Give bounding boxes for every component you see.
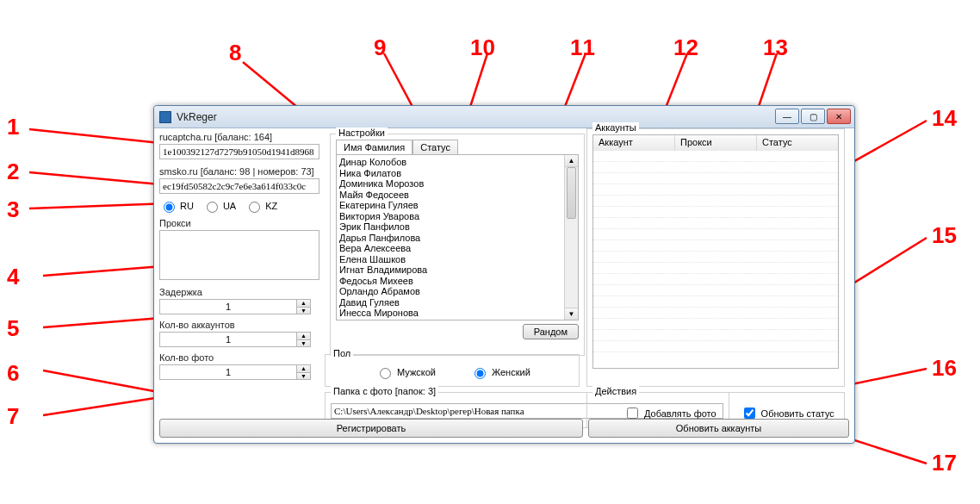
list-item[interactable]: Дарья Панфилова: [339, 233, 561, 244]
annotation-7: 7: [7, 403, 19, 430]
table-row: [593, 308, 838, 319]
table-row: [593, 162, 838, 173]
annotation-14: 14: [932, 105, 957, 132]
col-status[interactable]: Статус: [757, 135, 838, 151]
table-row: [593, 252, 838, 263]
maximize-button[interactable]: ▢: [801, 109, 825, 124]
table-row: [593, 285, 838, 296]
radio-kz[interactable]: KZ: [245, 199, 277, 213]
close-button[interactable]: ✕: [827, 109, 851, 124]
annotation-1: 1: [7, 114, 19, 140]
app-window: VkReger — ▢ ✕ rucaptcha.ru [баланс: 164]…: [153, 105, 855, 444]
rucaptcha-input[interactable]: [159, 144, 319, 159]
list-item[interactable]: Виктория Уварова: [339, 211, 561, 222]
col-proxy[interactable]: Прокси: [675, 135, 757, 151]
window-title: VkReger: [177, 111, 217, 123]
list-item[interactable]: Ника Филатов: [339, 168, 561, 179]
table-row: [593, 207, 838, 218]
list-item[interactable]: Эрик Панфилов: [339, 221, 561, 233]
table-row: [593, 173, 838, 184]
list-item[interactable]: Доминика Морозов: [339, 178, 561, 190]
smsko-label: smsko.ru [баланс: 98 | номеров: 73]: [159, 166, 319, 177]
col-account[interactable]: Аккаунт: [593, 135, 675, 151]
names-list[interactable]: Динар КолобовНика ФилатовДоминика Морозо…: [336, 154, 579, 320]
delay-label: Задержка: [159, 287, 319, 297]
delay-input[interactable]: [159, 299, 297, 314]
radio-male[interactable]: Мужской: [375, 365, 436, 379]
annotation-17: 17: [932, 450, 957, 476]
minimize-button[interactable]: —: [775, 109, 799, 124]
rucaptcha-label: rucaptcha.ru [баланс: 164]: [159, 132, 319, 142]
radio-female[interactable]: Женский: [470, 365, 530, 379]
table-row: [593, 184, 838, 196]
annotation-15: 15: [932, 222, 957, 249]
annotation-5: 5: [7, 315, 19, 342]
radio-ru[interactable]: RU: [159, 199, 194, 213]
photo-count-label: Кол-во фото: [159, 352, 319, 363]
table-row: [593, 263, 838, 274]
list-item[interactable]: Инесса Миронова: [339, 308, 561, 319]
annotation-16: 16: [932, 355, 957, 382]
photo-count-input[interactable]: [159, 364, 297, 380]
table-row: [593, 151, 838, 162]
list-item[interactable]: Вера Алексеева: [339, 243, 561, 254]
list-item[interactable]: Федосья Михеев: [339, 276, 561, 287]
gender-title: Пол: [331, 348, 353, 358]
photo-count-spinner[interactable]: ▲▼: [297, 364, 311, 380]
list-item[interactable]: Давид Гуляев: [339, 297, 561, 308]
table-row: [593, 240, 838, 252]
radio-ua[interactable]: UA: [202, 199, 236, 213]
table-row: [593, 330, 838, 341]
list-item[interactable]: Майя Федосеев: [339, 190, 561, 201]
titlebar[interactable]: VkReger — ▢ ✕: [154, 106, 854, 128]
list-item[interactable]: Олег Юдин: [339, 319, 561, 321]
acc-count-spinner[interactable]: ▲▼: [297, 332, 311, 347]
settings-title: Настройки: [336, 128, 388, 138]
actions-title: Действия: [592, 386, 639, 396]
update-accounts-button[interactable]: Обновить аккаунты: [588, 419, 849, 438]
annotation-8: 8: [229, 40, 241, 66]
annotation-6: 6: [7, 360, 19, 387]
accounts-group: Аккаунты Аккаунт Прокси Статус: [586, 128, 845, 387]
proxy-label: Прокси: [159, 218, 319, 228]
acc-count-input[interactable]: [159, 332, 297, 347]
svg-line-2: [29, 203, 170, 208]
delay-spinner[interactable]: ▲▼: [297, 299, 311, 314]
list-item[interactable]: Динар Колобов: [339, 157, 561, 168]
random-button[interactable]: Рандом: [523, 324, 579, 339]
app-icon: [159, 111, 171, 123]
names-scrollbar[interactable]: ▲ ▼: [564, 155, 578, 320]
annotation-4: 4: [7, 264, 19, 290]
list-item[interactable]: Екатерина Гуляев: [339, 200, 561, 211]
gender-group: Пол Мужской Женский: [325, 354, 580, 387]
table-row: [593, 196, 838, 207]
annotation-3: 3: [7, 196, 19, 223]
svg-line-0: [29, 129, 160, 143]
list-item[interactable]: Орландо Абрамов: [339, 286, 561, 297]
folder-title: Папка с фото [папок: 3]: [331, 386, 438, 396]
annotation-11: 11: [570, 34, 595, 61]
proxy-input[interactable]: [159, 230, 319, 280]
annotation-10: 10: [470, 34, 495, 61]
table-row: [593, 296, 838, 308]
smsko-input[interactable]: [159, 178, 319, 194]
accounts-grid[interactable]: Аккаунт Прокси Статус: [592, 134, 839, 369]
table-row: [593, 274, 838, 285]
tab-status[interactable]: Статус: [412, 140, 458, 154]
svg-line-1: [29, 172, 160, 184]
table-row: [593, 229, 838, 240]
annotation-12: 12: [673, 34, 698, 61]
annotation-2: 2: [7, 159, 19, 185]
annotation-9: 9: [374, 34, 386, 61]
list-item[interactable]: Игнат Владимирова: [339, 264, 561, 276]
annotation-13: 13: [763, 34, 788, 61]
table-row: [593, 341, 838, 352]
table-row: [593, 319, 838, 330]
acc-count-label: Кол-во аккаунтов: [159, 320, 319, 330]
register-button[interactable]: Регистрировать: [159, 419, 583, 438]
tab-name[interactable]: Имя Фамилия: [336, 140, 412, 154]
accounts-title: Аккаунты: [592, 122, 639, 133]
table-row: [593, 218, 838, 229]
settings-group: Настройки Имя Фамилия Статус Динар Колоб…: [330, 134, 585, 356]
list-item[interactable]: Елена Шашков: [339, 254, 561, 265]
